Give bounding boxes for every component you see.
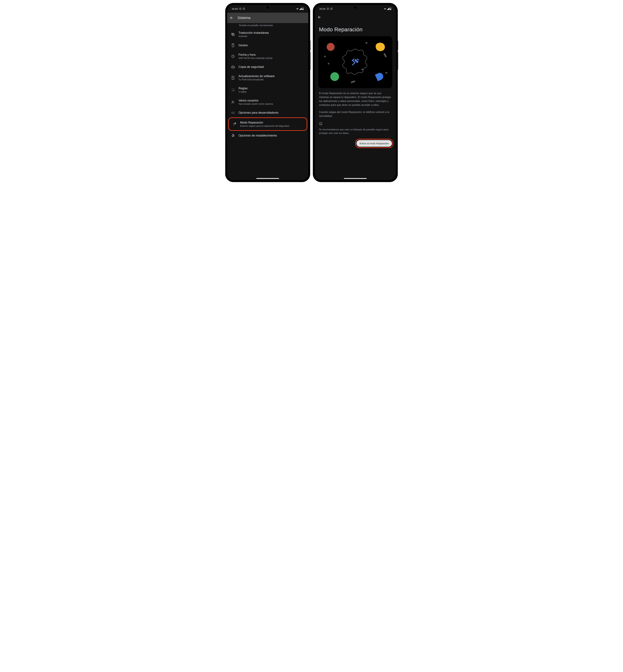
camera-notch [266, 6, 269, 9]
highlight-repair-mode: Modo Reparación Entorno seguro para la r… [228, 117, 307, 131]
dot-icon [361, 69, 363, 70]
wifi-icon [296, 8, 299, 10]
signal-icon [387, 8, 389, 10]
phone-right: 20:59 Modo Reparación [313, 3, 397, 182]
volume-button [310, 40, 310, 50]
item-backup[interactable]: Copia de seguridad [227, 62, 308, 72]
item-gestures[interactable]: Gestos [227, 40, 308, 50]
back-icon[interactable] [318, 15, 322, 19]
repair-illustration [318, 36, 392, 88]
svg-point-9 [232, 101, 233, 102]
translate-icon [231, 33, 235, 36]
battery-icon [390, 7, 391, 10]
item-label: Modo Reparación [240, 121, 290, 124]
tools-icon [351, 58, 360, 67]
info-row [315, 118, 396, 125]
item-sublabel: Entorno seguro para la reparación del di… [240, 125, 290, 127]
highlight-enter-button: Entrar al modo Reparación [355, 139, 393, 148]
clock-icon [231, 55, 235, 58]
footer: Entrar al modo Reparación [315, 139, 393, 148]
item-label: Opciones para desarrolladores [238, 111, 278, 114]
item-sublabel: GMT-06:00 Hora estándar central [238, 57, 272, 59]
item-sublabel: 0 reglas [238, 90, 247, 93]
dev-icon [231, 111, 235, 114]
shape-half-blue [375, 72, 384, 81]
item-label: Reglas [238, 87, 247, 90]
settings-list[interactable]: Teclado en pantalla, herramientas Traduc… [227, 23, 308, 180]
shape-blob-yellow [375, 42, 385, 52]
item-reset-options[interactable]: Opciones de restablecimiento [227, 131, 308, 140]
app-bar: Sistema [227, 13, 308, 23]
status-time: 20:59 [319, 7, 325, 10]
shape-circle-green [330, 72, 339, 81]
update-icon [231, 76, 235, 80]
top-bar [315, 13, 396, 22]
battery-icon [302, 7, 304, 10]
screen-repair-mode: 20:59 Modo Reparación [315, 5, 396, 180]
backup-icon [231, 65, 235, 68]
rules-icon [231, 88, 235, 92]
nav-pill[interactable] [344, 178, 367, 179]
dot-icon [328, 63, 329, 64]
wifi-icon [384, 8, 386, 10]
threads-icon [330, 8, 333, 10]
item-software-update[interactable]: Actualizaciones de software Tu Pixel est… [227, 72, 308, 84]
phone-left: 20:59 Sistema Teclado en pantalla, herra… [226, 3, 310, 182]
item-label: Actualizaciones de software [238, 75, 275, 78]
item-label: Fecha y hora [238, 53, 272, 56]
item-sublabel: Has iniciado sesión como Juanma [238, 103, 273, 105]
enter-repair-button[interactable]: Entrar al modo Reparación [356, 140, 392, 147]
gesture-icon [231, 43, 235, 47]
bar-icon [383, 53, 387, 57]
cutoff-row: Teclado en pantalla, herramientas [227, 23, 308, 28]
description-paragraph-2: Cuando salgas del modo Reparación, tu te… [315, 107, 396, 118]
item-sublabel: Activado [238, 35, 269, 37]
svg-rect-1 [303, 7, 303, 8]
item-translate[interactable]: Traducción instantánea Activado [227, 28, 308, 40]
nav-pill[interactable] [256, 178, 279, 179]
description-paragraph-1: El modo Reparación es un entorno seguro … [315, 88, 396, 107]
info-icon [319, 122, 323, 125]
back-icon[interactable] [230, 16, 234, 20]
signal-icon [299, 8, 302, 10]
volume-button [397, 40, 398, 50]
power-button [310, 52, 310, 70]
item-rules[interactable]: Reglas 0 reglas [227, 84, 308, 96]
item-label: Copia de seguridad [238, 65, 264, 69]
camera-notch [354, 6, 357, 9]
svg-rect-2 [302, 9, 303, 10]
threads-icon [243, 8, 245, 10]
svg-rect-12 [390, 7, 391, 8]
appbar-title: Sistema [238, 16, 250, 20]
item-datetime[interactable]: Fecha y hora GMT-06:00 Hora estándar cen… [227, 50, 308, 62]
dot-icon [324, 56, 326, 57]
item-repair-mode[interactable]: Modo Reparación Entorno seguro para la r… [229, 118, 307, 130]
threads-icon [239, 8, 241, 10]
power-button [397, 52, 398, 70]
svg-rect-13 [390, 9, 391, 10]
triangle-icon [365, 41, 368, 44]
bar-icon [351, 80, 355, 83]
item-developer-options[interactable]: Opciones para desarrolladores [227, 108, 308, 117]
item-label: Varios usuarios [238, 99, 273, 102]
item-users[interactable]: Varios usuarios Has iniciado sesión como… [227, 96, 308, 108]
reset-icon [231, 134, 235, 137]
threads-icon [327, 8, 329, 10]
item-sublabel: Tu Pixel está actualizado [238, 78, 275, 81]
triangle-icon [385, 71, 388, 74]
users-icon [231, 101, 235, 104]
svg-point-8 [234, 90, 234, 91]
item-label: Opciones de restablecimiento [238, 134, 277, 137]
screen-system-settings: 20:59 Sistema Teclado en pantalla, herra… [227, 5, 308, 180]
repair-icon [232, 122, 237, 126]
svg-rect-10 [235, 122, 236, 123]
recommendation-text: Te recomendamos que uses un bloqueo de p… [315, 125, 396, 135]
item-label: Gestos [238, 44, 248, 47]
page-title: Modo Reparación [315, 22, 396, 36]
status-time: 20:59 [232, 7, 238, 10]
svg-rect-5 [232, 44, 234, 47]
item-label: Traducción instantánea [238, 31, 269, 34]
shape-hexagon-red [326, 43, 335, 51]
